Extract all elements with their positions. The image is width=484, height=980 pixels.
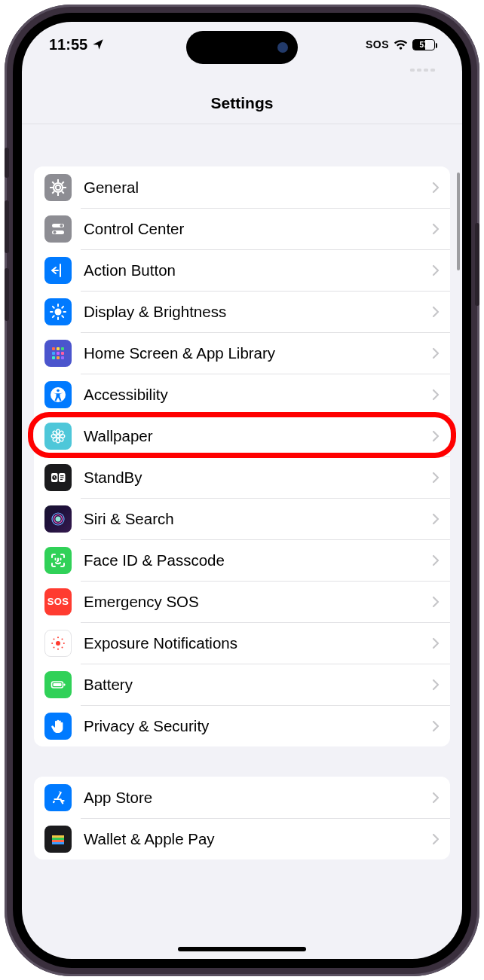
svg-rect-15 [61, 356, 64, 359]
settings-row-display[interactable]: Display & Brightness [34, 291, 450, 332]
svg-rect-12 [61, 352, 64, 355]
svg-rect-48 [52, 835, 64, 838]
dynamic-island [186, 31, 298, 64]
status-left: 11:55 [49, 36, 104, 53]
status-time: 11:55 [49, 36, 87, 53]
action-button-icon [44, 257, 72, 284]
settings-row-label: Siri & Search [84, 510, 432, 528]
svg-rect-50 [52, 840, 64, 842]
svg-rect-7 [52, 347, 55, 350]
settings-row-label: General [84, 179, 432, 197]
settings-row-privacy[interactable]: Privacy & Security [34, 705, 450, 746]
siri-icon [44, 505, 72, 533]
chevron-right-icon [432, 554, 440, 566]
settings-row-label: Battery [84, 676, 432, 694]
svg-rect-14 [57, 356, 60, 359]
settings-row-accessibility[interactable]: Accessibility [34, 374, 450, 415]
app-store-icon [44, 784, 72, 811]
settings-row-home-screen[interactable]: Home Screen & App Library [34, 332, 450, 374]
chevron-right-icon [432, 389, 440, 401]
svg-rect-31 [60, 477, 64, 478]
svg-rect-8 [57, 347, 60, 350]
svg-point-5 [54, 230, 57, 234]
accessibility-icon [44, 381, 72, 408]
svg-point-26 [58, 435, 64, 441]
svg-rect-9 [61, 347, 64, 350]
home-indicator[interactable] [178, 947, 306, 951]
svg-rect-10 [52, 352, 55, 355]
settings-row-label: Display & Brightness [84, 303, 432, 321]
settings-row-emergency-sos[interactable]: SOSEmergency SOS [34, 581, 450, 622]
settings-row-action-button[interactable]: Action Button [34, 249, 450, 291]
chevron-right-icon [432, 596, 440, 608]
settings-group: App StoreWallet & Apple Pay [34, 777, 450, 859]
sos-icon: SOS [44, 588, 72, 615]
settings-row-siri[interactable]: Siri & Search [34, 498, 450, 539]
settings-row-control-center[interactable]: Control Center [34, 208, 450, 249]
settings-row-standby[interactable]: StandBy [34, 456, 450, 498]
svg-rect-47 [64, 683, 66, 685]
svg-point-25 [52, 430, 58, 436]
flower-icon [44, 423, 72, 450]
scroll-indicator[interactable] [457, 172, 460, 270]
settings-row-label: StandBy [84, 469, 432, 487]
settings-row-general[interactable]: General [34, 166, 450, 208]
settings-row-label: Emergency SOS [84, 593, 432, 611]
chevron-right-icon [432, 637, 440, 649]
chevron-right-icon [432, 792, 440, 804]
chevron-right-icon [432, 264, 440, 276]
svg-point-42 [62, 638, 63, 640]
exposure-icon [44, 630, 72, 657]
svg-rect-11 [57, 352, 60, 355]
settings-row-label: Wallet & Apple Pay [84, 830, 432, 848]
battery-icon: 57 [412, 39, 435, 50]
sun-icon [44, 298, 72, 325]
svg-point-6 [55, 308, 62, 315]
chevron-right-icon [432, 833, 440, 845]
page-title: Settings [211, 94, 274, 112]
wifi-icon [394, 38, 408, 52]
svg-point-35 [56, 516, 61, 521]
svg-point-40 [63, 643, 65, 644]
apps-grid-icon [44, 340, 72, 367]
chevron-right-icon [432, 679, 440, 691]
settings-row-label: Home Screen & App Library [84, 344, 432, 362]
svg-point-41 [54, 638, 55, 640]
settings-row-battery[interactable]: Battery [34, 664, 450, 705]
standby-icon [44, 464, 72, 491]
hand-icon [44, 713, 72, 740]
svg-point-43 [54, 646, 55, 648]
privacy-dots-icon [410, 69, 435, 72]
chevron-right-icon [432, 223, 440, 235]
switches-icon [44, 215, 72, 243]
battery-icon [44, 671, 72, 698]
camera-dot-icon [277, 42, 288, 53]
settings-row-label: Wallpaper [84, 427, 432, 445]
svg-rect-49 [52, 838, 64, 840]
svg-rect-51 [52, 842, 64, 844]
settings-row-label: Action Button [84, 261, 432, 279]
side-button-vol-down [5, 268, 9, 321]
settings-row-app-store[interactable]: App Store [34, 777, 450, 818]
svg-point-24 [52, 435, 58, 441]
settings-row-label: Exposure Notifications [84, 634, 432, 652]
face-id-icon [44, 547, 72, 574]
settings-row-wallet[interactable]: Wallet & Apple Pay [34, 818, 450, 859]
settings-row-face-id[interactable]: Face ID & Passcode [34, 539, 450, 581]
svg-rect-13 [52, 356, 55, 359]
settings-scroll-area[interactable]: GeneralControl CenterAction ButtonDispla… [22, 124, 462, 959]
screen: 11:55 SOS 57 Settings [22, 22, 462, 959]
settings-row-label: Face ID & Passcode [84, 551, 432, 569]
wallet-icon [44, 826, 72, 853]
location-icon [92, 38, 104, 50]
svg-point-38 [57, 648, 59, 649]
chevron-right-icon [432, 430, 440, 442]
phone-bezel: 11:55 SOS 57 Settings [13, 13, 471, 968]
gear-icon [44, 174, 72, 201]
navigation-bar: Settings [22, 82, 462, 124]
svg-point-23 [58, 430, 64, 436]
svg-point-3 [60, 224, 63, 227]
settings-row-exposure[interactable]: Exposure Notifications [34, 622, 450, 664]
svg-point-17 [57, 389, 60, 392]
settings-row-wallpaper[interactable]: Wallpaper [34, 415, 450, 456]
